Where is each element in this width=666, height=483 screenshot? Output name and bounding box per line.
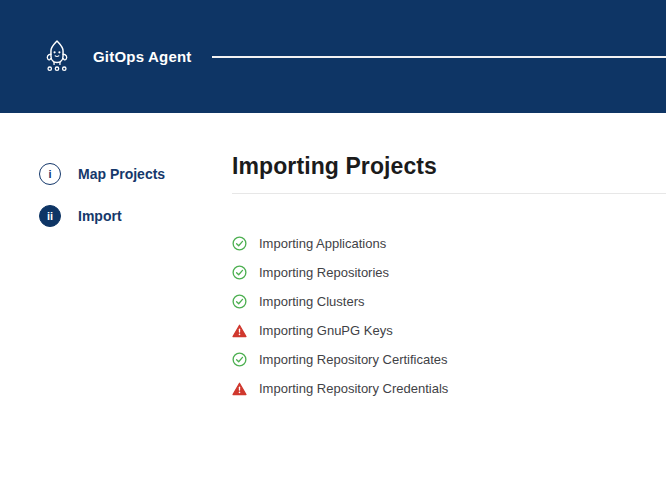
import-status-row: Importing Clusters <box>232 287 666 316</box>
import-status-label: Importing Repository Credentials <box>259 381 448 396</box>
page-content: i Map Projects ii Import Importing Proje… <box>0 113 666 403</box>
import-status-label: Importing Applications <box>259 236 386 251</box>
import-status-row: Importing Applications <box>232 229 666 258</box>
page-title: Importing Projects <box>232 153 666 180</box>
app-header: GitOps Agent <box>0 0 666 113</box>
sidebar-item-import[interactable]: ii Import <box>39 205 232 227</box>
import-status-row: Importing Repository Credentials <box>232 374 666 403</box>
import-status-label: Importing GnuPG Keys <box>259 323 393 338</box>
warning-triangle-icon <box>232 323 247 338</box>
step-2-circle-icon: ii <box>39 205 61 227</box>
import-status-label: Importing Repository Certificates <box>259 352 448 367</box>
sidebar-item-label: Import <box>78 208 122 224</box>
import-status-list: Importing Applications Importing Reposit… <box>232 229 666 403</box>
sidebar-item-label: Map Projects <box>78 166 165 182</box>
step-1-circle-icon: i <box>39 163 61 185</box>
import-status-row: Importing Repositories <box>232 258 666 287</box>
title-divider <box>232 193 666 194</box>
header-rule <box>212 56 666 58</box>
check-circle-icon <box>232 352 247 367</box>
import-status-row: Importing Repository Certificates <box>232 345 666 374</box>
import-status-label: Importing Clusters <box>259 294 364 309</box>
check-circle-icon <box>232 294 247 309</box>
check-circle-icon <box>232 236 247 251</box>
import-status-label: Importing Repositories <box>259 265 389 280</box>
import-status-row: Importing GnuPG Keys <box>232 316 666 345</box>
main-panel: Importing Projects Importing Application… <box>232 113 666 403</box>
app-title: GitOps Agent <box>93 48 192 65</box>
argo-octopus-logo-icon <box>38 35 76 79</box>
check-circle-icon <box>232 265 247 280</box>
sidebar-item-map-projects[interactable]: i Map Projects <box>39 163 232 185</box>
wizard-nav: i Map Projects ii Import <box>0 113 232 247</box>
warning-triangle-icon <box>232 381 247 396</box>
